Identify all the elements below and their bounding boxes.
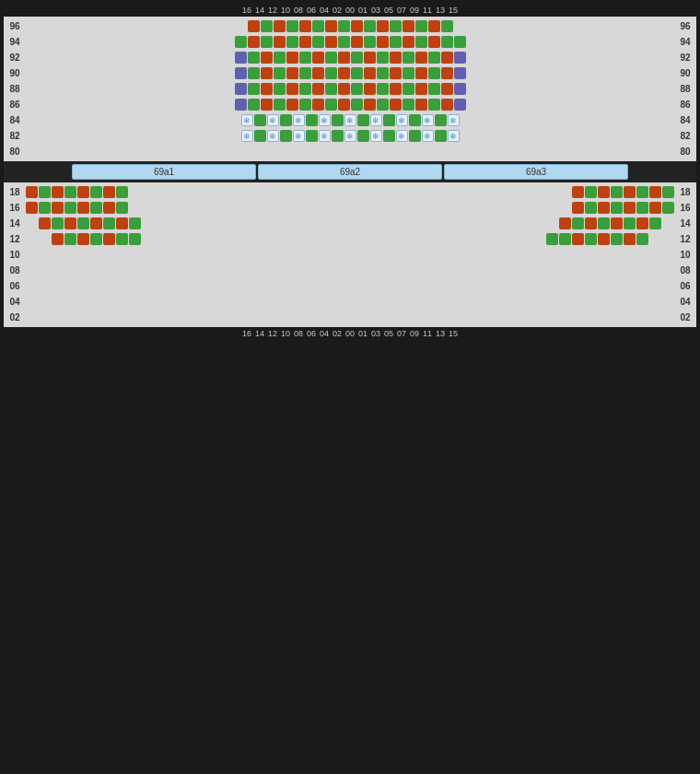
seat[interactable] [351,36,363,48]
seat[interactable] [357,114,369,126]
seat[interactable] [364,36,376,48]
seat[interactable]: ❄ [396,114,408,126]
seat[interactable] [248,99,260,111]
seat[interactable]: ❄ [448,130,460,142]
seat[interactable] [338,99,350,111]
seat[interactable] [435,114,447,126]
seat[interactable] [261,67,273,79]
seat[interactable] [325,52,337,64]
seat[interactable] [280,114,292,126]
seat[interactable] [351,99,363,111]
seat[interactable] [261,20,273,32]
seat[interactable] [286,20,298,32]
seat[interactable] [377,20,389,32]
seat[interactable] [402,52,414,64]
seat[interactable]: ❄ [396,130,408,142]
seat[interactable] [624,217,636,229]
seat[interactable] [286,52,298,64]
seat[interactable] [402,99,414,111]
seat[interactable] [649,217,661,229]
seat[interactable] [611,186,623,198]
seat[interactable] [636,233,648,245]
seat[interactable] [454,83,466,95]
seat[interactable] [351,83,363,95]
seat[interactable] [77,233,89,245]
seat[interactable]: ❄ [370,114,382,126]
seat[interactable] [274,36,286,48]
seat[interactable] [248,52,260,64]
seat[interactable] [624,233,636,245]
seat[interactable] [636,186,648,198]
seat[interactable] [441,67,453,79]
seat[interactable] [299,20,311,32]
seat[interactable] [129,233,141,245]
seat[interactable] [286,36,298,48]
seat[interactable] [624,186,636,198]
seat[interactable] [286,99,298,111]
seat[interactable]: ❄ [319,130,331,142]
seat[interactable] [312,36,324,48]
seat[interactable] [274,99,286,111]
seat[interactable] [351,67,363,79]
seat[interactable]: ❄ [241,114,253,126]
seat[interactable]: ❄ [267,114,279,126]
seat[interactable] [248,20,260,32]
seat[interactable] [649,186,661,198]
seat[interactable] [559,233,571,245]
seat[interactable] [441,83,453,95]
seat[interactable] [441,20,453,32]
seat[interactable] [312,99,324,111]
seat[interactable] [332,114,344,126]
seat[interactable] [377,83,389,95]
seat[interactable] [325,36,337,48]
seat[interactable] [402,20,414,32]
seat[interactable] [332,130,344,142]
seat[interactable] [52,202,64,214]
seat[interactable] [428,20,440,32]
seat[interactable] [26,186,38,198]
seat[interactable] [90,186,102,198]
seat[interactable] [435,130,447,142]
seat[interactable] [377,52,389,64]
seat[interactable] [402,83,414,95]
seat[interactable] [248,36,260,48]
seat[interactable]: ❄ [344,130,356,142]
seat[interactable] [390,83,402,95]
seat[interactable] [116,217,128,229]
seat[interactable] [390,20,402,32]
seat[interactable] [585,202,597,214]
seat[interactable] [377,36,389,48]
seat[interactable] [39,186,51,198]
seat[interactable] [261,36,273,48]
seat[interactable] [364,99,376,111]
seat[interactable]: ❄ [370,130,382,142]
seat[interactable] [428,83,440,95]
seat[interactable] [90,217,102,229]
seat[interactable] [598,217,610,229]
seat[interactable] [254,130,266,142]
seat[interactable] [274,20,286,32]
seat[interactable] [274,83,286,95]
seat[interactable] [598,202,610,214]
seat[interactable] [299,52,311,64]
seat[interactable] [103,233,115,245]
seat[interactable] [428,36,440,48]
seat[interactable] [364,67,376,79]
seat[interactable] [351,20,363,32]
seat[interactable] [357,130,369,142]
seat[interactable] [77,217,89,229]
seat[interactable] [248,83,260,95]
seat[interactable] [235,83,247,95]
seat[interactable] [572,186,584,198]
seat[interactable] [274,67,286,79]
seat[interactable] [546,233,558,245]
seat[interactable] [261,52,273,64]
seat[interactable] [26,202,38,214]
seat[interactable]: ❄ [344,114,356,126]
seat[interactable] [90,202,102,214]
seat[interactable] [364,52,376,64]
seat[interactable] [415,52,427,64]
seat[interactable] [428,67,440,79]
seat[interactable] [624,202,636,214]
seat[interactable] [415,83,427,95]
